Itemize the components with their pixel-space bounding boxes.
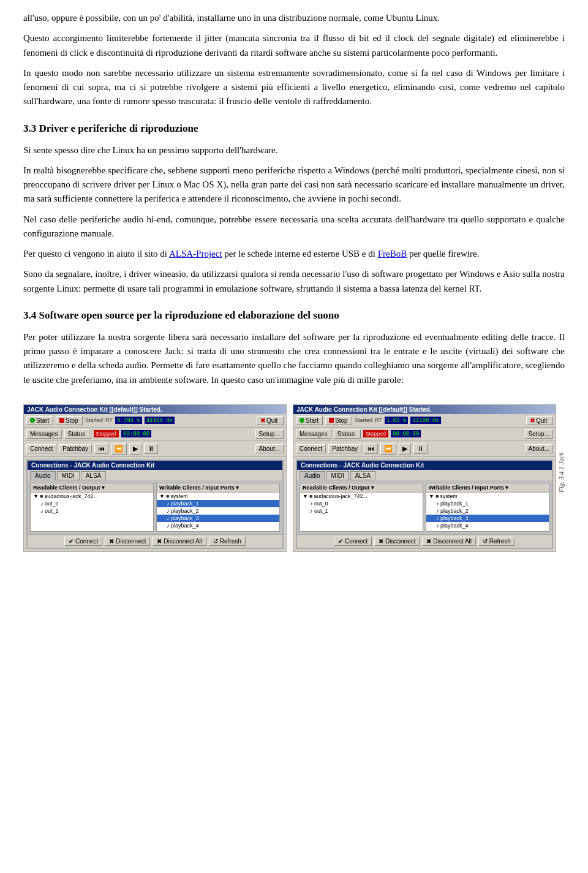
jack-left-writable-item-4[interactable]: ♪ playback_4 bbox=[157, 522, 279, 529]
jack-right-connect-label: Connect bbox=[300, 445, 322, 452]
jack-screenshot-left: JACK Audio Connection Kit [[default]] St… bbox=[23, 404, 287, 552]
jack-left-status-button[interactable]: Status bbox=[64, 429, 91, 439]
jack-right-readable-item-1[interactable]: ♪ out_0 bbox=[300, 500, 423, 507]
jack-right-status-label: Status bbox=[337, 431, 355, 437]
jack-right-writable-item-3[interactable]: ♪ playback_3 bbox=[426, 515, 549, 522]
jack-left-pause-button[interactable]: ⏸ bbox=[144, 443, 158, 454]
jack-right-patchbay-button[interactable]: Patchbay bbox=[328, 444, 361, 453]
jack-left-writable-header: Writable Clients / Input Ports ▾ bbox=[157, 483, 279, 493]
jack-right-tab-alsa[interactable]: ALSA bbox=[350, 471, 376, 480]
paragraph-6: Nel caso delle periferiche audio hi-end,… bbox=[23, 213, 565, 241]
jack-left-connect-button[interactable]: Connect bbox=[26, 444, 56, 453]
jack-right-messages-button[interactable]: Messages bbox=[296, 429, 331, 439]
alsa-project-link[interactable]: ALSA-Project bbox=[169, 249, 222, 259]
jack-left-play-button[interactable]: ▶ bbox=[129, 443, 141, 455]
jack-right-connect-button[interactable]: Connect bbox=[296, 444, 326, 453]
figure-label: Fig. 3.4.1 Jack bbox=[556, 393, 566, 552]
jack-right-messages-label: Messages bbox=[300, 431, 328, 437]
jack-right-readable-col: Readable Clients / Output ▾ ▼ ■ audaciou… bbox=[300, 483, 423, 532]
jack-left-quit-label: Quit bbox=[266, 417, 277, 424]
jack-left-readable-item-1[interactable]: ♪ out_0 bbox=[31, 500, 153, 507]
jack-left-freq: 44100 Hz bbox=[145, 417, 175, 424]
jack-left-patchbay-button[interactable]: Patchbay bbox=[59, 444, 92, 453]
jack-right-tab-audio[interactable]: Audio bbox=[300, 471, 325, 480]
jack-left-start-button[interactable]: Start bbox=[26, 416, 53, 425]
jack-right-time: 00:00:00 bbox=[391, 430, 421, 437]
jack-right-toolbar1: Start Stop Started RT 1.02 % 44100 Hz ✖ … bbox=[293, 414, 556, 428]
jack-right-tabs: Audio MIDI ALSA bbox=[297, 470, 552, 480]
jack-left-pct: 0.793 % bbox=[115, 417, 142, 424]
jack-right-bottom-refresh[interactable]: ↺ Refresh bbox=[478, 537, 515, 546]
jack-right-bottom-connect[interactable]: ✔ Connect bbox=[334, 537, 372, 546]
jack-left-connections-title: Connections - JACK Audio Connection Kit bbox=[28, 461, 282, 470]
jack-left-writable-item-0[interactable]: ▼ ■ system bbox=[157, 493, 279, 500]
jack-right-writable-item-2[interactable]: ♪ playback_2 bbox=[426, 507, 549, 515]
jack-left-toolbar3: Connect Patchbay ⏮ ⏪ ▶ ⏸ About... bbox=[24, 441, 286, 457]
jack-left-bottom-buttons: ✔ Connect ✖ Disconnect ✖ Disconnect All … bbox=[28, 534, 282, 548]
jack-right-prev-button[interactable]: ⏮ bbox=[364, 443, 378, 454]
jack-left-readable-item-0[interactable]: ▼ ■ audacious-jack_742... bbox=[31, 493, 153, 500]
jack-right-bottom-disconnect[interactable]: ✖ Disconnect bbox=[374, 537, 420, 546]
jack-right-readable-item-2[interactable]: ♪ out_1 bbox=[300, 507, 423, 515]
paragraph-3: In questo modo non sarebbe necessario ut… bbox=[23, 66, 565, 109]
jack-left-tab-alsa[interactable]: ALSA bbox=[81, 471, 107, 480]
jack-left-writable-item-3[interactable]: ♪ playback_3 bbox=[157, 515, 279, 522]
jack-right-start-button[interactable]: Start bbox=[296, 416, 323, 425]
jack-left-writable-item-1[interactable]: ♪ playback_1 bbox=[157, 500, 279, 507]
jack-left-toolbar1: Start Stop Started RT 0.793 % 44100 Hz ✖… bbox=[24, 414, 286, 428]
jack-right-status-button[interactable]: Status bbox=[334, 429, 361, 439]
jack-left-readable-col: Readable Clients / Output ▾ ▼ ■ audaciou… bbox=[30, 483, 154, 532]
jack-left-stop-button[interactable]: Stop bbox=[56, 416, 83, 425]
jack-left-setup-button[interactable]: Setup... bbox=[255, 429, 284, 439]
paragraph-8: Sono da segnalare, inoltre, i driver win… bbox=[23, 267, 565, 296]
jack-right-writable-item-4[interactable]: ♪ playback_4 bbox=[426, 522, 549, 529]
jack-left-bottom-refresh[interactable]: ↺ Refresh bbox=[209, 537, 246, 546]
jack-left-readable-header: Readable Clients / Output ▾ bbox=[31, 483, 153, 493]
jack-right-started-label: Started bbox=[355, 417, 372, 423]
jack-right-bottom-disconnect-all[interactable]: ✖ Disconnect All bbox=[422, 537, 476, 546]
jack-right-pause-button[interactable]: ⏸ bbox=[413, 443, 428, 454]
jack-left-tab-audio[interactable]: Audio bbox=[30, 471, 56, 480]
stop-icon bbox=[59, 418, 64, 423]
jack-left-readable-item-2[interactable]: ♪ out_1 bbox=[31, 507, 153, 515]
jack-left-bottom-disconnect-all[interactable]: ✖ Disconnect All bbox=[153, 537, 206, 546]
jack-right-connections-panel: Connections - JACK Audio Connection Kit … bbox=[296, 459, 553, 549]
jack-right-patchbay-label: Patchbay bbox=[332, 445, 358, 452]
jack-left-rt-label: RT bbox=[105, 417, 113, 423]
jack-right-writable-item-1[interactable]: ♪ playback_1 bbox=[426, 500, 549, 507]
jack-right-writable-item-0[interactable]: ▼ ■ system bbox=[426, 493, 549, 500]
jack-left-title: JACK Audio Connection Kit [[default]] St… bbox=[27, 406, 162, 413]
jack-right-tab-midi[interactable]: MIDI bbox=[326, 471, 349, 480]
jack-left-bottom-connect[interactable]: ✔ Connect bbox=[64, 537, 102, 546]
jack-right-about-label: About... bbox=[529, 445, 549, 452]
jack-left-rewind-button[interactable]: ⏪ bbox=[111, 443, 127, 455]
jack-left-start-label: Start bbox=[36, 417, 49, 424]
paragraph-2: Questo accorgimento limiterebbe fortemen… bbox=[23, 31, 565, 60]
jack-left-quit-button[interactable]: ✖ Quit bbox=[257, 416, 284, 425]
freebob-link[interactable]: FreBoB bbox=[378, 249, 407, 259]
jack-left-bottom-disconnect[interactable]: ✖ Disconnect bbox=[105, 537, 150, 546]
jack-right-quit-label: Quit bbox=[536, 417, 547, 424]
jack-left-stopped-badge: Stopped bbox=[94, 430, 119, 437]
start-icon bbox=[30, 418, 35, 423]
jack-left-started-label: Started bbox=[85, 417, 103, 423]
jack-left-writable-item-2[interactable]: ♪ playback_2 bbox=[157, 507, 279, 515]
jack-left-tab-midi[interactable]: MIDI bbox=[57, 471, 80, 480]
paragraph-7: Per questo ci vengono in aiuto il sito d… bbox=[23, 247, 565, 261]
jack-right-setup-button[interactable]: Setup... bbox=[525, 429, 553, 439]
jack-right-about-button[interactable]: About... bbox=[525, 444, 553, 453]
jack-right-pct: 1.02 % bbox=[385, 417, 409, 424]
jack-right-stop-button[interactable]: Stop bbox=[325, 416, 352, 425]
jack-left-about-label: About... bbox=[259, 445, 280, 452]
jack-screenshot-right: JACK Audio Connection Kit [[default]] St… bbox=[293, 404, 556, 552]
jack-right-play-button[interactable]: ▶ bbox=[399, 443, 411, 455]
jack-right-readable-item-0[interactable]: ▼ ■ audacious-jack_742... bbox=[300, 493, 423, 500]
jack-left-about-button[interactable]: About... bbox=[255, 444, 284, 453]
jack-screenshots-row: JACK Audio Connection Kit [[default]] St… bbox=[23, 404, 556, 552]
jack-right-rt-label: RT bbox=[375, 417, 382, 423]
p7-mid-text: per le schede interne ed esterne USB e d… bbox=[222, 249, 378, 259]
jack-right-rewind-button[interactable]: ⏪ bbox=[380, 443, 396, 455]
jack-left-messages-button[interactable]: Messages bbox=[26, 429, 62, 439]
jack-right-quit-button[interactable]: ✖ Quit bbox=[526, 416, 553, 425]
jack-left-prev-button[interactable]: ⏮ bbox=[94, 443, 108, 454]
